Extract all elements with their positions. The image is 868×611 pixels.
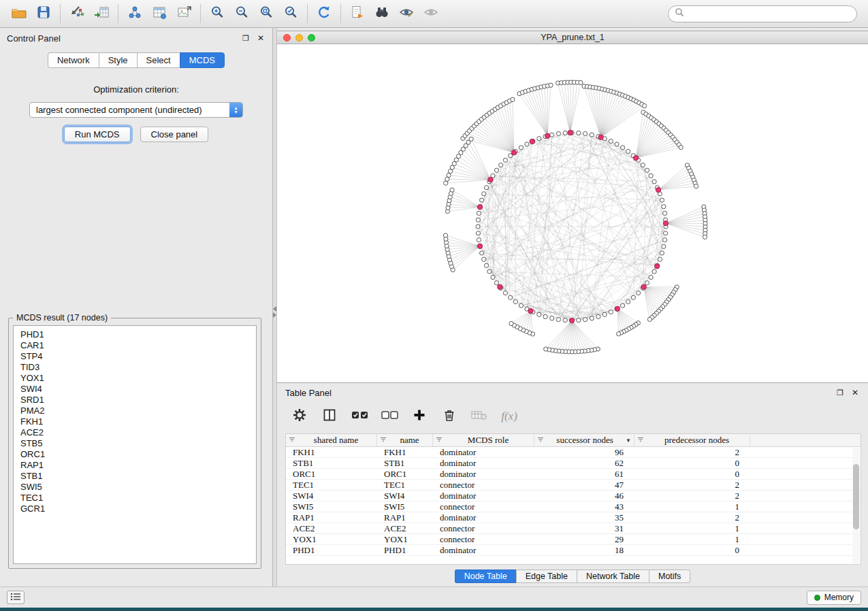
mcds-result-item[interactable]: SWI4 [20,384,249,395]
mcds-result-item[interactable]: GCR1 [20,503,249,514]
table-row[interactable]: RAP1RAP1dominator352 [286,512,861,523]
table-tab-node-table[interactable]: Node Table [455,569,516,583]
close-panel-button[interactable]: Close panel [140,127,209,142]
zoom-out-button[interactable] [229,3,254,24]
select-all-button[interactable] [348,405,371,428]
zoom-out-icon [234,5,249,22]
zoom-in-button[interactable] [205,3,229,24]
close-panel-icon[interactable]: ✕ [256,33,266,43]
new-network-button[interactable] [123,3,147,24]
cell: dominator [433,458,534,468]
mcds-result-item[interactable]: FKH1 [20,416,249,427]
deselect-all-button[interactable] [378,405,401,428]
zoom-selected-button[interactable] [278,3,303,24]
cell: FKH1 [377,447,433,457]
table-row[interactable]: TEC1TEC1connector472 [286,480,861,491]
column-header-predecessor-nodes[interactable]: predecessor nodes [634,434,750,446]
mcds-result-item[interactable]: TEC1 [20,493,249,503]
network-title: YPA_prune.txt_1 [277,33,868,42]
zoom-fit-button[interactable] [254,3,278,24]
refresh-icon [316,4,332,23]
cell: 18 [534,545,634,555]
mcds-result-item[interactable]: SWI5 [20,482,249,493]
table-row[interactable]: YOX1YOX1connector291 [286,534,861,545]
table-tab-network-table[interactable]: Network Table [577,569,649,583]
table-row[interactable]: ACE2ACE2connector311 [286,523,861,534]
column-header-successor-nodes[interactable]: successor nodes▼ [534,434,634,446]
mcds-result-item[interactable]: TID3 [20,362,249,373]
import-network-button[interactable] [65,3,89,24]
zoom-fit-icon [259,5,274,22]
criterion-select[interactable]: largest connected component (undirected)… [29,102,243,118]
table-row[interactable]: SWI4SWI4dominator462 [286,491,861,501]
task-history-button[interactable] [7,591,25,604]
desktop: Control Panel ❐ ✕ NetworkStyleSelectMCDS… [0,0,868,611]
delete-table-button[interactable] [468,405,491,428]
search-network-button[interactable] [370,3,394,24]
mcds-result-item[interactable]: PMA2 [20,406,249,416]
network-canvas[interactable] [277,44,868,382]
table-panel-title: Table Panel [285,388,332,398]
table-row[interactable]: PHD1PHD1dominator180 [286,545,861,556]
show-columns-button[interactable] [318,405,341,428]
show-hide-panel-button[interactable] [394,3,419,24]
search-icon [675,7,684,20]
column-header-name[interactable]: name [377,434,433,446]
open-file-button[interactable] [7,3,31,24]
control-tab-select[interactable]: Select [137,52,180,68]
search-input[interactable] [688,8,850,19]
delete-column-button[interactable] [438,405,461,428]
document-share-icon [350,5,365,22]
mcds-result-item[interactable]: SRD1 [20,395,249,406]
mcds-result-item[interactable]: PHD1 [20,329,249,340]
mcds-result-item[interactable]: CAR1 [20,340,249,351]
close-table-panel-icon[interactable]: ✕ [850,388,860,397]
table-settings-button[interactable] [288,405,311,428]
table-tabs: Node TableEdge TableNetwork TableMotifs [277,569,868,583]
table-row[interactable]: FKH1FKH1dominator962 [286,447,861,458]
optimization-criterion-label: Optimization criterion: [0,84,272,95]
save-session-button[interactable] [31,3,56,24]
delete-table-icon [470,408,488,425]
scrollbar-thumb[interactable] [853,464,859,529]
column-header-mcds-role[interactable]: MCDS role [433,434,534,446]
sort-caret-icon: ▼ [626,437,631,444]
export-document-button[interactable] [345,3,370,24]
import-table-icon [93,5,110,22]
mcds-result-item[interactable]: STB5 [20,438,249,449]
function-builder-button[interactable]: f(x) [498,405,521,428]
table-tab-edge-table[interactable]: Edge Table [516,569,577,583]
mcds-result-list[interactable]: PHD1CAR1STP4TID3YOX1SWI4SRD1PMA2FKH1ACE2… [13,325,257,564]
table-tab-motifs[interactable]: Motifs [649,569,690,583]
cell: 47 [534,480,634,490]
columns-icon [322,408,337,425]
mcds-result-item[interactable]: YOX1 [20,373,249,384]
mcds-result-item[interactable]: ORC1 [20,449,249,460]
refresh-layout-button[interactable] [312,3,336,24]
preview-button[interactable] [419,3,443,24]
table-row[interactable]: SWI5SWI5connector431 [286,501,861,512]
table-row[interactable]: STB1STB1dominator620 [286,458,861,469]
control-tab-network[interactable]: Network [48,52,99,68]
mcds-result-item[interactable]: ACE2 [20,427,249,438]
table-panel-header: Table Panel ❐ ✕ [277,384,868,401]
mcds-result-item[interactable]: STB1 [20,471,249,482]
memory-button[interactable]: Memory [807,591,861,605]
control-tab-style[interactable]: Style [99,52,137,68]
run-mcds-button[interactable]: Run MCDS [64,127,131,142]
import-table-button[interactable] [89,3,114,24]
column-header-shared-name[interactable]: shared name [286,434,377,446]
float-panel-icon[interactable]: ❐ [241,33,251,43]
control-tab-mcds[interactable]: MCDS [180,52,225,68]
add-column-button[interactable] [408,405,431,428]
global-search[interactable] [668,5,857,22]
table-header-row: shared namenameMCDS rolesuccessor nodes▼… [286,434,861,447]
table-row[interactable]: ORC1ORC1dominator610 [286,469,861,480]
export-image-button[interactable] [172,3,196,24]
table-scrollbar[interactable] [852,448,860,563]
network-table-button[interactable] [147,3,172,24]
mcds-result-item[interactable]: RAP1 [20,460,249,471]
float-table-panel-icon[interactable]: ❐ [835,388,845,397]
network-titlebar[interactable]: YPA_prune.txt_1 [277,31,868,44]
mcds-result-item[interactable]: STP4 [20,351,249,362]
